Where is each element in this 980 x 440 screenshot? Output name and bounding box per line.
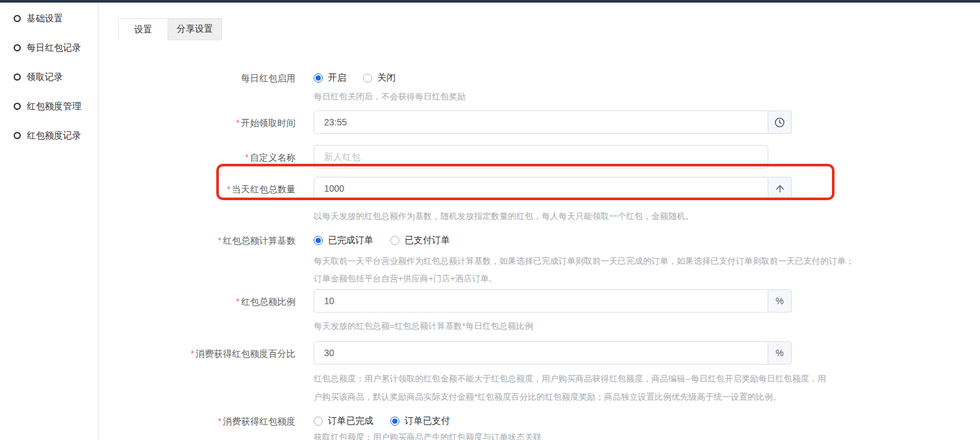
radio-unselected-icon: [390, 236, 399, 245]
time-picker-button[interactable]: [768, 110, 792, 134]
percent-label: %: [775, 296, 783, 306]
daily-count-input[interactable]: [314, 177, 768, 200]
field-help-text: 红包总额度：用户累计领取的红包金额不能大于红包总额度，用户购买商品获得红包额度，…: [314, 370, 980, 406]
total-ratio-input[interactable]: [314, 289, 768, 313]
field-label: *当天红包总数量: [118, 177, 314, 222]
form-row-start-time: *开始领取时间: [118, 110, 980, 134]
tab-settings[interactable]: 设置: [118, 18, 168, 40]
clock-icon: [774, 117, 785, 128]
number-step-up-button[interactable]: [768, 177, 792, 200]
radio-order-paid[interactable]: 订单已支付: [390, 415, 450, 427]
radio-enable-off[interactable]: 关闭: [363, 72, 396, 84]
circle-icon: [14, 103, 21, 110]
form-row-consume-percent: *消费获得红包额度百分比 % 红包总额度：用户累计领取的红包金额不能大于红包总额…: [118, 341, 980, 406]
sidebar-item-label: 每日红包记录: [27, 42, 81, 54]
radio-selected-icon: [314, 236, 323, 245]
sidebar-item-label: 红包额度管理: [27, 101, 81, 112]
field-label: *消费获得红包额度百分比: [118, 341, 314, 406]
form-row-custom-name: *自定义名称: [118, 145, 980, 168]
circle-icon: [14, 15, 21, 22]
percent-label: %: [775, 348, 783, 358]
start-time-input[interactable]: [314, 110, 768, 134]
field-help-text: 每日红包关闭后，不会获得每日红包奖励: [314, 91, 980, 103]
form-row-daily-count: *当天红包总数量 以每天发放的红包总额作为基数，随机发放指定数量的红包，每人每天…: [118, 177, 980, 222]
radio-paid-orders[interactable]: 已支付订单: [390, 235, 450, 246]
radio-unselected-icon: [363, 73, 372, 83]
circle-icon: [14, 132, 21, 139]
field-help-text: 获取红包额度：用户购买商品产生的红包额度与订单状态关联: [314, 432, 980, 440]
custom-name-input[interactable]: [314, 145, 768, 168]
sidebar-item-label: 领取记录: [27, 71, 63, 83]
circle-icon: [14, 73, 21, 81]
sidebar-item-claim-records[interactable]: 领取记录: [0, 68, 97, 86]
tab-bar: 设置 分享设置: [118, 18, 980, 40]
radio-unselected-icon: [314, 417, 323, 426]
sidebar-item-label: 红包额度记录: [27, 130, 81, 142]
radio-completed-orders[interactable]: 已完成订单: [314, 235, 373, 246]
form-row-consume-quota: *消费获得红包额度 订单已完成 订单已支付 获取红包额度：用户购买商品产生的红包…: [118, 413, 980, 440]
sidebar-item-quota-records[interactable]: 红包额度记录: [0, 127, 97, 144]
form-row-calc-base: *红包总额计算基数 已完成订单 已支付订单 每天取前一天平台营业额作为红: [118, 233, 980, 287]
sidebar-item-basic-settings[interactable]: 基础设置: [0, 10, 97, 27]
field-label: *红包总额计算基数: [118, 233, 314, 287]
tab-share-settings[interactable]: 分享设置: [168, 18, 222, 40]
radio-selected-icon: [390, 417, 399, 426]
sidebar-item-quota-management[interactable]: 红包额度管理: [0, 97, 97, 115]
radio-enable-on[interactable]: 开启: [314, 72, 346, 84]
field-label: *开始领取时间: [118, 110, 314, 134]
field-help-text: 每天发放的红包总额=红包总额计算基数*每日红包总额比例: [314, 320, 980, 332]
form-row-daily-enable: 每日红包启用 开启 关闭 每日红包关闭后，不会获得每日红包奖励: [118, 70, 980, 103]
settings-form: 每日红包启用 开启 关闭 每日红包关闭后，不会获得每日红包奖励: [118, 70, 980, 440]
field-label: *自定义名称: [118, 145, 314, 168]
form-row-total-ratio: *红包总额比例 % 每天发放的红包总额=红包总额计算基数*每日红包总额比例: [118, 289, 980, 332]
radio-order-completed[interactable]: 订单已完成: [314, 415, 373, 427]
field-help-text: 每天取前一天平台营业额作为红包总额计算基数，如果选择已完成订单则取前一天已完成的…: [314, 252, 980, 287]
sidebar: 基础设置 每日红包记录 领取记录 红包额度管理 红包额度记录: [0, 3, 98, 440]
field-label: *红包总额比例: [118, 289, 314, 332]
arrow-up-icon: [774, 183, 786, 194]
percent-unit-button[interactable]: %: [768, 289, 792, 313]
circle-icon: [14, 44, 21, 51]
consume-percent-input[interactable]: [314, 341, 768, 365]
field-help-text: 以每天发放的红包总额作为基数，随机发放指定数量的红包，每人每天只能领取一个红包，…: [314, 211, 980, 222]
field-label: 每日红包启用: [118, 70, 314, 103]
sidebar-item-daily-redpacket-records[interactable]: 每日红包记录: [0, 39, 97, 57]
sidebar-item-label: 基础设置: [27, 13, 63, 25]
radio-selected-icon: [314, 73, 323, 83]
percent-unit-button[interactable]: %: [768, 341, 792, 365]
field-label: *消费获得红包额度: [118, 413, 314, 440]
main-content: 设置 分享设置 每日红包启用 开启 关闭: [98, 3, 980, 440]
